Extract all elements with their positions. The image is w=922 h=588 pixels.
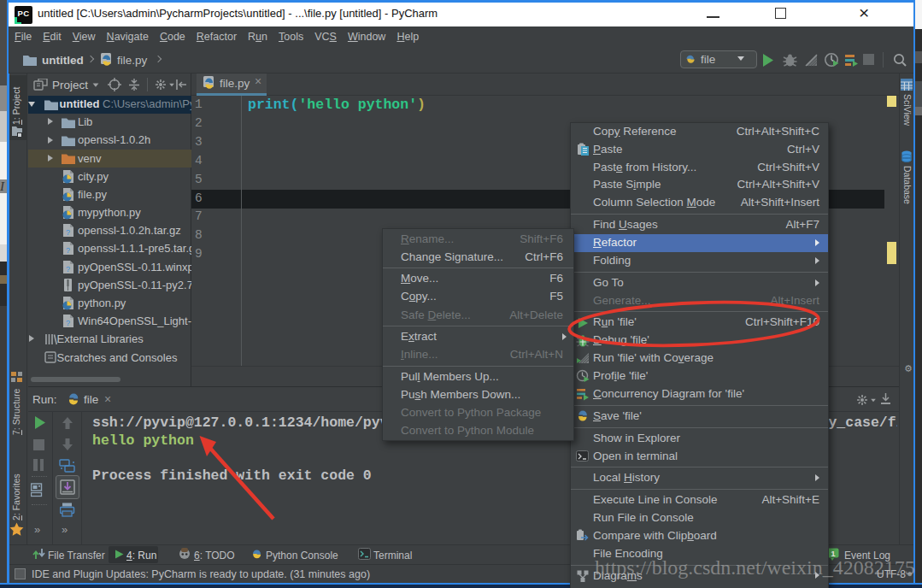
svg-text:?: ? — [66, 228, 70, 237]
svg-text:?: ? — [66, 319, 70, 327]
svg-text:?: ? — [66, 246, 70, 255]
svg-text:?: ? — [66, 265, 70, 273]
